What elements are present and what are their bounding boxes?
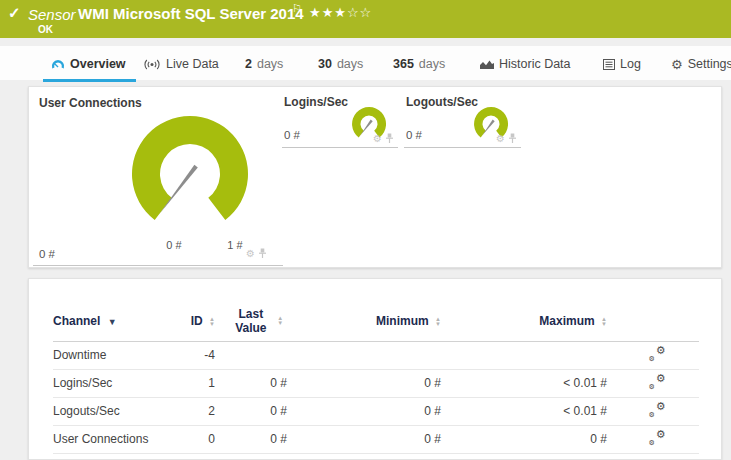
column-header-minimum[interactable]: Minimum ▲▼ bbox=[297, 301, 449, 341]
gauge-tools: ⚙ bbox=[246, 248, 267, 259]
channels-panel: Channel ▼ ID ▲▼ Last Value ▲▼ Minimum ▲▼ bbox=[28, 278, 722, 460]
user-connections-gauge-arc bbox=[120, 109, 260, 239]
tab-historic-data[interactable]: Historic Data bbox=[480, 54, 571, 74]
cell-maximum: < 0.01 # bbox=[449, 397, 615, 425]
column-header-maximum-label: Maximum bbox=[539, 314, 594, 328]
channel-settings-icon[interactable]: ⚙⚙ bbox=[649, 402, 666, 417]
cell-last-value: 0 # bbox=[217, 369, 297, 397]
sensor-status-badge: OK bbox=[38, 24, 53, 35]
priority-stars-rating[interactable]: ★★★☆☆ bbox=[309, 5, 372, 20]
gauge-title: Logouts/Sec bbox=[406, 95, 478, 109]
sort-icon: ▲▼ bbox=[209, 317, 215, 327]
table-row[interactable]: Logins/Sec 1 0 # 0 # < 0.01 # ⚙⚙ bbox=[53, 369, 699, 397]
gauge-settings-icon[interactable]: ⚙ bbox=[496, 134, 505, 144]
cell-id: 1 bbox=[183, 369, 217, 397]
tab-overview[interactable]: Overview bbox=[51, 54, 126, 74]
cell-last-value: 0 # bbox=[217, 397, 297, 425]
channel-settings-icon[interactable]: ⚙⚙ bbox=[649, 374, 666, 389]
column-header-last-value[interactable]: Last Value ▲▼ bbox=[217, 301, 297, 341]
cell-minimum: 0 # bbox=[297, 425, 449, 453]
column-header-id[interactable]: ID ▲▼ bbox=[183, 301, 217, 341]
gauge-logouts-sec[interactable]: Logouts/Sec 0 # ⚙ bbox=[404, 91, 521, 148]
tab-settings[interactable]: ⚙ Settings bbox=[671, 54, 731, 74]
tab-30-days-number: 30 bbox=[318, 57, 332, 71]
gauge-user-connections[interactable]: User Connections 0 # 1 # 0 # ⚙ bbox=[33, 91, 283, 266]
cell-channel: Logouts/Sec bbox=[53, 397, 183, 425]
table-row[interactable]: User Connections 0 0 # 0 # 0 # ⚙⚙ bbox=[53, 425, 699, 453]
gauge-tools: ⚙ bbox=[373, 133, 394, 144]
broadcast-icon bbox=[143, 59, 161, 70]
column-header-last-value-label: Last Value bbox=[231, 307, 271, 335]
tab-live-data[interactable]: Live Data bbox=[143, 54, 219, 74]
column-header-channel[interactable]: Channel ▼ bbox=[53, 301, 183, 341]
tab-2-days[interactable]: 2 days bbox=[245, 54, 283, 74]
channel-settings-icon[interactable]: ⚙⚙ bbox=[649, 346, 666, 361]
sort-icon: ▲▼ bbox=[601, 317, 607, 327]
sensor-title: WMI Microsoft SQL Server 2014 bbox=[78, 5, 304, 22]
cell-maximum bbox=[449, 341, 615, 369]
tab-365-days-unit: days bbox=[419, 57, 445, 71]
pin-icon[interactable] bbox=[385, 133, 394, 144]
cell-channel: Downtime bbox=[53, 341, 183, 369]
tab-2-days-number: 2 bbox=[245, 57, 252, 71]
tab-log-label: Log bbox=[620, 57, 641, 71]
cell-id: 2 bbox=[183, 397, 217, 425]
gauge-needle bbox=[360, 120, 373, 136]
cell-minimum: 0 # bbox=[297, 397, 449, 425]
channels-table: Channel ▼ ID ▲▼ Last Value ▲▼ Minimum ▲▼ bbox=[53, 301, 699, 454]
gauges-panel: User Connections 0 # 1 # 0 # ⚙ Logins/Se… bbox=[28, 86, 722, 268]
priority-flag-icon[interactable]: ⚐ bbox=[292, 2, 302, 15]
tab-historic-data-label: Historic Data bbox=[499, 57, 571, 71]
gauge-settings-icon[interactable]: ⚙ bbox=[373, 134, 382, 144]
table-row[interactable]: Downtime -4 ⚙⚙ bbox=[53, 341, 699, 369]
cell-maximum: 0 # bbox=[449, 425, 615, 453]
column-header-channel-label: Channel bbox=[53, 314, 100, 328]
cell-id: -4 bbox=[183, 341, 217, 369]
area-chart-icon bbox=[480, 59, 494, 70]
tab-30-days[interactable]: 30 days bbox=[318, 54, 363, 74]
sort-desc-icon: ▼ bbox=[108, 317, 117, 327]
gauge-needle bbox=[482, 120, 495, 136]
table-header-row: Channel ▼ ID ▲▼ Last Value ▲▼ Minimum ▲▼ bbox=[53, 301, 699, 341]
column-header-minimum-label: Minimum bbox=[376, 314, 429, 328]
tab-overview-label: Overview bbox=[70, 57, 126, 71]
channel-settings-icon[interactable]: ⚙⚙ bbox=[649, 430, 666, 445]
cell-minimum: 0 # bbox=[297, 369, 449, 397]
column-header-id-label: ID bbox=[191, 314, 203, 328]
tab-live-data-label: Live Data bbox=[166, 57, 219, 71]
sensor-kind-label: Sensor bbox=[28, 6, 76, 23]
status-ok-check-icon: ✓ bbox=[8, 4, 21, 22]
cell-last-value: 0 # bbox=[217, 425, 297, 453]
log-list-icon bbox=[603, 59, 615, 70]
tab-365-days-number: 365 bbox=[393, 57, 414, 71]
prtg-sensor-page: ✓ Sensor WMI Microsoft SQL Server 2014 ⚐… bbox=[0, 0, 731, 460]
column-header-maximum[interactable]: Maximum ▲▼ bbox=[449, 301, 615, 341]
cell-channel: Logins/Sec bbox=[53, 369, 183, 397]
tab-2-days-unit: days bbox=[257, 57, 283, 71]
tab-bar: Overview Live Data 2 days 30 days 365 da… bbox=[0, 46, 731, 80]
gauge-current-value: 0 # bbox=[284, 129, 300, 141]
cell-id: 0 bbox=[183, 425, 217, 453]
gauge-scale-min: 0 # bbox=[154, 239, 194, 251]
cell-last-value bbox=[217, 341, 297, 369]
gauge-settings-icon[interactable]: ⚙ bbox=[246, 249, 255, 259]
cell-channel: User Connections bbox=[53, 425, 183, 453]
cell-maximum: < 0.01 # bbox=[449, 369, 615, 397]
gauge-title: User Connections bbox=[39, 96, 142, 110]
gauge-icon bbox=[51, 58, 65, 70]
pin-icon[interactable] bbox=[508, 133, 517, 144]
table-row[interactable]: Logouts/Sec 2 0 # 0 # < 0.01 # ⚙⚙ bbox=[53, 397, 699, 425]
column-header-edit bbox=[615, 301, 699, 341]
pin-icon[interactable] bbox=[258, 248, 267, 259]
cell-minimum bbox=[297, 341, 449, 369]
gauge-logins-sec[interactable]: Logins/Sec 0 # ⚙ bbox=[282, 91, 398, 148]
sort-icon: ▲▼ bbox=[435, 317, 441, 327]
tab-log[interactable]: Log bbox=[603, 54, 641, 74]
tab-365-days[interactable]: 365 days bbox=[393, 54, 445, 74]
tab-settings-label: Settings bbox=[688, 57, 731, 71]
gauge-tools: ⚙ bbox=[496, 133, 517, 144]
gear-icon: ⚙ bbox=[671, 58, 683, 71]
sort-icon: ▲▼ bbox=[277, 316, 283, 326]
gauge-current-value: 0 # bbox=[39, 248, 55, 260]
sensor-header: ✓ Sensor WMI Microsoft SQL Server 2014 ⚐… bbox=[0, 0, 731, 38]
